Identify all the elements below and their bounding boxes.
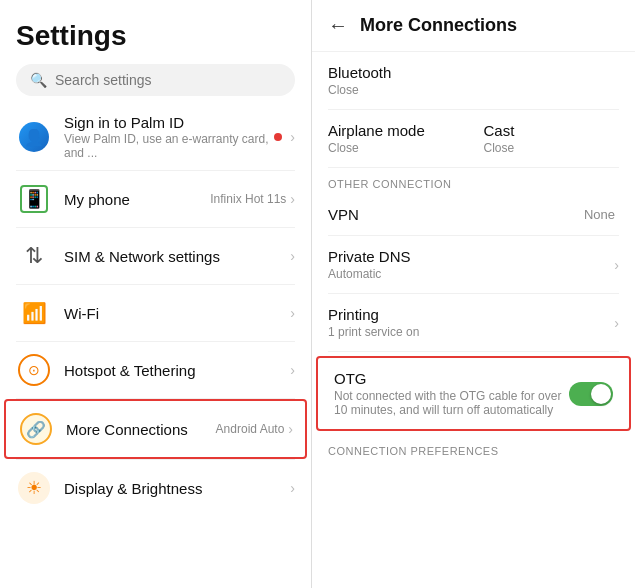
palm-id-title: Sign in to Palm ID — [64, 114, 274, 131]
palm-id-content: Sign in to Palm ID View Palm ID, use an … — [64, 114, 274, 160]
otg-toggle[interactable] — [569, 382, 613, 406]
right-item-airplane-cast[interactable]: Airplane mode Close Cast Close — [312, 110, 635, 167]
display-right: › — [290, 480, 295, 496]
wifi-icon: 📶 — [16, 295, 52, 331]
right-item-private-dns[interactable]: Private DNS Automatic › — [312, 236, 635, 293]
right-item-bluetooth[interactable]: Bluetooth Close — [312, 52, 635, 109]
chevron-icon: › — [288, 421, 293, 437]
right-divider-5 — [328, 351, 619, 352]
cast-title: Cast — [484, 122, 620, 139]
bluetooth-subtitle: Close — [328, 83, 619, 97]
connection-preferences-label: CONNECTION PREFERENCES — [312, 435, 635, 461]
search-icon: 🔍 — [30, 72, 47, 88]
more-connections-content: More Connections — [66, 421, 216, 438]
phone-icon: 📱 — [20, 185, 48, 213]
left-panel: Settings 🔍 👤 Sign in to Palm ID View Pal… — [0, 0, 311, 588]
bluetooth-content: Bluetooth Close — [328, 64, 619, 97]
chevron-icon: › — [290, 248, 295, 264]
my-phone-title: My phone — [64, 191, 210, 208]
sidebar-item-hotspot[interactable]: ⊙ Hotspot & Tethering › — [0, 342, 311, 398]
private-dns-content: Private DNS Automatic — [328, 248, 614, 281]
palm-icon: 👤 — [19, 122, 49, 152]
cast-subtitle: Close — [484, 141, 620, 155]
printing-content: Printing 1 print service on — [328, 306, 614, 339]
printing-title: Printing — [328, 306, 614, 323]
right-item-otg[interactable]: OTG Not connected with the OTG cable for… — [316, 356, 631, 431]
more-connections-icon: 🔗 — [18, 411, 54, 447]
display-title: Display & Brightness — [64, 480, 290, 497]
display-content: Display & Brightness — [64, 480, 290, 497]
palm-id-subtitle: View Palm ID, use an e-warranty card, an… — [64, 132, 274, 160]
hotspot-right: › — [290, 362, 295, 378]
hotspot-icon: ⊙ — [16, 352, 52, 388]
right-panel-title: More Connections — [360, 15, 517, 36]
palm-id-icon: 👤 — [16, 119, 52, 155]
vpn-content: VPN — [328, 206, 584, 223]
search-bar[interactable]: 🔍 — [16, 64, 295, 96]
search-input[interactable] — [55, 72, 281, 88]
notification-badge — [274, 133, 282, 141]
bluetooth-title: Bluetooth — [328, 64, 619, 81]
wifi-content: Wi-Fi — [64, 305, 290, 322]
vpn-title: VPN — [328, 206, 584, 223]
right-item-vpn[interactable]: VPN None — [312, 194, 635, 235]
cast-col: Cast Close — [484, 122, 620, 155]
vpn-value: None — [584, 207, 615, 222]
chevron-icon: › — [290, 191, 295, 207]
other-connection-label: OTHER CONNECTION — [312, 168, 635, 194]
sidebar-item-my-phone[interactable]: 📱 My phone Infinix Hot 11s › — [0, 171, 311, 227]
airplane-col: Airplane mode Close — [328, 122, 464, 155]
my-phone-content: My phone — [64, 191, 210, 208]
sim-right: › — [290, 248, 295, 264]
sidebar-item-wifi[interactable]: 📶 Wi-Fi › — [0, 285, 311, 341]
right-content: Bluetooth Close Airplane mode Close Cast… — [312, 52, 635, 584]
private-dns-subtitle: Automatic — [328, 267, 614, 281]
my-phone-value: Infinix Hot 11s — [210, 192, 286, 206]
printing-subtitle: 1 print service on — [328, 325, 614, 339]
sim-title: SIM & Network settings — [64, 248, 290, 265]
chevron-icon: › — [290, 480, 295, 496]
sidebar-item-more-connections[interactable]: 🔗 More Connections Android Auto › — [4, 399, 307, 459]
sim-icon: ⇅ — [16, 238, 52, 274]
display-icon: ☀ — [16, 470, 52, 506]
settings-title: Settings — [0, 10, 311, 60]
chevron-icon: › — [290, 305, 295, 321]
right-panel: ← More Connections Bluetooth Close Airpl… — [311, 0, 635, 588]
chevron-icon: › — [290, 362, 295, 378]
sidebar-item-palm-id[interactable]: 👤 Sign in to Palm ID View Palm ID, use a… — [0, 104, 311, 170]
back-button[interactable]: ← — [328, 14, 348, 37]
otg-title: OTG — [334, 370, 569, 387]
sidebar-item-display[interactable]: ☀ Display & Brightness › — [0, 460, 311, 516]
more-connections-title: More Connections — [66, 421, 216, 438]
otg-content: OTG Not connected with the OTG cable for… — [334, 370, 569, 417]
my-phone-icon: 📱 — [16, 181, 52, 217]
private-dns-title: Private DNS — [328, 248, 614, 265]
chevron-icon: › — [614, 315, 619, 331]
airplane-subtitle: Close — [328, 141, 464, 155]
otg-subtitle: Not connected with the OTG cable for ove… — [334, 389, 569, 417]
palm-id-right: › — [274, 129, 295, 145]
hotspot-content: Hotspot & Tethering — [64, 362, 290, 379]
sim-content: SIM & Network settings — [64, 248, 290, 265]
right-item-printing[interactable]: Printing 1 print service on › — [312, 294, 635, 351]
more-connections-right: Android Auto › — [216, 421, 293, 437]
airplane-title: Airplane mode — [328, 122, 464, 139]
chevron-icon: › — [614, 257, 619, 273]
wifi-title: Wi-Fi — [64, 305, 290, 322]
wifi-right: › — [290, 305, 295, 321]
links-icon: 🔗 — [20, 413, 52, 445]
right-header: ← More Connections — [312, 0, 635, 52]
my-phone-right: Infinix Hot 11s › — [210, 191, 295, 207]
chevron-icon: › — [290, 129, 295, 145]
sidebar-item-sim-network[interactable]: ⇅ SIM & Network settings › — [0, 228, 311, 284]
hotspot-title: Hotspot & Tethering — [64, 362, 290, 379]
more-connections-value: Android Auto — [216, 422, 285, 436]
